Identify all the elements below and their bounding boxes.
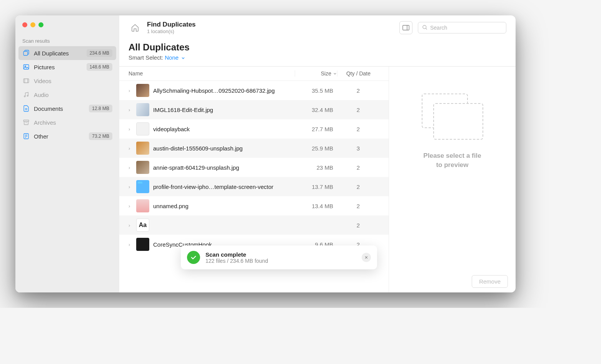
file-qty: 2 <box>337 184 379 190</box>
chevron-down-icon <box>181 56 185 60</box>
video-icon <box>22 77 30 85</box>
svg-rect-10 <box>23 120 29 122</box>
toast-close-button[interactable] <box>362 253 371 262</box>
file-thumbnail <box>136 161 149 174</box>
search-icon <box>422 25 428 30</box>
column-header-size[interactable]: Size <box>295 70 337 77</box>
svg-rect-0 <box>23 52 28 56</box>
archive-icon <box>22 119 30 126</box>
preview-panel: Please select a file to preview <box>389 67 516 292</box>
sidebar-item-documents[interactable]: Documents12.8 MB <box>18 102 116 115</box>
success-check-icon <box>187 251 200 264</box>
scan-complete-toast: Scan complete 122 files / 234.6 MB found <box>181 245 377 269</box>
home-button[interactable] <box>129 21 142 34</box>
page-header: All Duplicates Smart Select: None <box>119 40 516 66</box>
table-row[interactable]: ›austin-distel-1555609-unsplash.jpg25.9 … <box>119 139 389 158</box>
expand-chevron-icon[interactable]: › <box>129 88 132 94</box>
sidebar-item-label: Audio <box>34 92 112 98</box>
expand-chevron-icon[interactable]: › <box>129 222 132 228</box>
footer: Remove <box>464 270 516 292</box>
file-size: 25.9 MB <box>291 145 333 152</box>
table-row[interactable]: ›annie-spratt-604129-unsplash.jpg23 MB2 <box>119 158 389 177</box>
svg-rect-1 <box>23 65 29 69</box>
sidebar-section-label: Scan results <box>15 31 119 46</box>
expand-chevron-icon[interactable]: › <box>129 165 132 170</box>
file-name: austin-distel-1555609-unsplash.jpg <box>153 145 287 152</box>
sidebar-item-audio[interactable]: Audio <box>18 88 116 102</box>
file-qty: 2 <box>337 87 379 94</box>
preview-placeholder-graphic <box>422 94 483 140</box>
sidebar-item-pictures[interactable]: Pictures148.6 MB <box>18 60 116 74</box>
main-area: Find Duplicates 1 location(s) All Duplic… <box>119 15 516 292</box>
file-size: 13.7 MB <box>291 184 333 190</box>
smart-select: Smart Select: None <box>129 54 506 61</box>
expand-chevron-icon[interactable]: › <box>129 145 132 151</box>
file-size: 35.5 MB <box>291 87 333 94</box>
sidebar-item-label: All Duplicates <box>34 50 83 57</box>
content-heading: All Duplicates <box>129 42 506 53</box>
page-subtitle: 1 location(s) <box>147 28 394 34</box>
file-qty: 2 <box>337 107 379 113</box>
table-row[interactable]: ›IMGL1618-Edit-Edit.jpg32.4 MB2 <box>119 100 389 119</box>
file-thumbnail: Aa <box>136 219 149 232</box>
table-row[interactable]: ›AllySchmaling-Hubspot…09252020-686732.j… <box>119 81 389 100</box>
remove-button[interactable]: Remove <box>472 275 508 288</box>
file-name: profile-front-view-ipho…template-screen-… <box>153 184 287 190</box>
sidebar-item-videos[interactable]: Videos <box>18 74 116 88</box>
svg-point-6 <box>24 96 25 97</box>
table-row[interactable]: ›unnamed.png13.4 MB2 <box>119 196 389 215</box>
file-name: videoplayback <box>153 126 287 132</box>
topbar: Find Duplicates 1 location(s) <box>119 15 516 40</box>
expand-chevron-icon[interactable]: › <box>129 184 132 190</box>
toast-title: Scan complete <box>205 251 356 258</box>
sidebar-item-badge: 234.6 MB <box>87 49 112 57</box>
table-row[interactable]: ›profile-front-view-ipho…template-screen… <box>119 177 389 196</box>
close-window-button[interactable] <box>22 22 27 27</box>
sidebar-nav: All Duplicates234.6 MBPictures148.6 MBVi… <box>15 46 119 143</box>
file-size: 23 MB <box>291 164 333 171</box>
sidebar-item-all-duplicates[interactable]: All Duplicates234.6 MB <box>18 46 116 60</box>
expand-chevron-icon[interactable]: › <box>129 242 132 247</box>
expand-chevron-icon[interactable]: › <box>129 107 132 113</box>
file-thumbnail <box>136 103 149 116</box>
search-input[interactable] <box>430 25 502 31</box>
table-row[interactable]: ›videoplayback27.7 MB2 <box>119 119 389 139</box>
smart-select-label: Smart Select: <box>129 54 163 61</box>
app-window: Scan results All Duplicates234.6 MBPictu… <box>15 15 516 292</box>
svg-line-19 <box>426 28 427 29</box>
home-icon <box>131 23 139 32</box>
file-name: unnamed.png <box>153 203 287 209</box>
search-field[interactable] <box>418 22 506 33</box>
sidebar-item-label: Archives <box>34 119 112 126</box>
sidebar-item-label: Other <box>34 133 85 140</box>
toast-body: Scan complete 122 files / 234.6 MB found <box>205 251 356 264</box>
expand-chevron-icon[interactable]: › <box>129 126 132 132</box>
minimize-window-button[interactable] <box>30 22 35 27</box>
svg-point-18 <box>423 25 426 29</box>
file-size: 13.4 MB <box>291 203 333 209</box>
svg-point-7 <box>27 95 28 97</box>
table-row[interactable]: ›Aa2 <box>119 215 389 235</box>
column-header-qty[interactable]: Qty / Date <box>337 70 379 77</box>
svg-rect-16 <box>403 25 409 30</box>
maximize-window-button[interactable] <box>38 22 43 27</box>
expand-chevron-icon[interactable]: › <box>129 203 132 209</box>
sidebar-item-other[interactable]: Other73.2 MB <box>18 129 116 143</box>
sidebar-item-archives[interactable]: Archives <box>18 115 116 129</box>
page-title: Find Duplicates <box>147 21 394 28</box>
file-thumbnail <box>136 199 149 212</box>
smart-select-dropdown[interactable]: None <box>165 54 185 61</box>
sidebar-item-badge: 148.6 MB <box>87 63 112 71</box>
file-qty: 2 <box>337 222 379 229</box>
svg-rect-3 <box>23 79 29 83</box>
picture-icon <box>22 63 30 71</box>
file-thumbnail <box>136 122 149 135</box>
table-header: Name Size Qty / Date <box>119 67 389 81</box>
file-thumbnail <box>136 180 149 193</box>
file-qty: 2 <box>337 126 379 132</box>
column-header-name[interactable]: Name <box>129 70 295 77</box>
toggle-sidebar-button[interactable] <box>399 21 412 34</box>
file-thumbnail <box>136 238 149 251</box>
toast-subtitle: 122 files / 234.6 MB found <box>205 258 356 264</box>
sidebar-item-label: Pictures <box>34 64 83 70</box>
